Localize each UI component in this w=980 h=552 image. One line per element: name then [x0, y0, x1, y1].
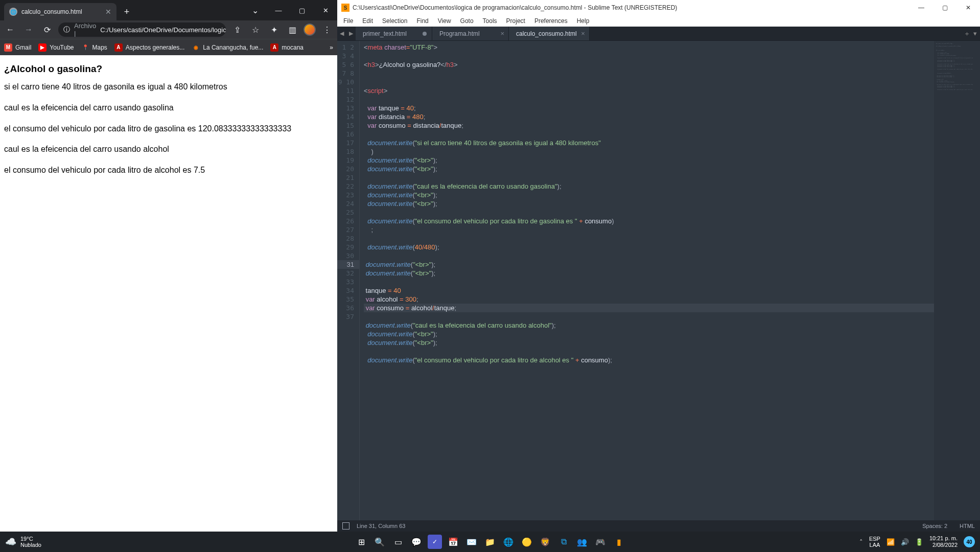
teams-app-icon[interactable]: 👥	[575, 535, 589, 549]
chrome-window-controls: ⌄ — ▢ ✕	[243, 0, 337, 20]
menu-help[interactable]: Help	[573, 16, 594, 26]
cloud-icon: ☁️	[5, 536, 16, 547]
chrome-window: 🌐 calculo_consumo.html ✕ + ⌄ — ▢ ✕ ← → ⟳…	[0, 0, 337, 532]
menu-tools[interactable]: Tools	[479, 16, 501, 26]
reload-button[interactable]: ⟳	[40, 22, 54, 37]
weather-widget[interactable]: ☁️ 19°C Nublado	[0, 536, 41, 548]
taskbar-apps: ⊞ 🔍 ▭ 💬 ✓ 📅 ✉️ 📁 🌐 🟡 🦁 ⧉ 👥 🎮 ▮	[354, 535, 626, 549]
minimize-button[interactable]: —	[267, 0, 290, 20]
chrome-toolbar: ← → ⟳ ⓘ Archivo | C:/Users/casti/OneDriv…	[0, 20, 337, 39]
chrome-titlebar: 🌐 calculo_consumo.html ✕ + ⌄ — ▢ ✕	[0, 0, 337, 20]
minimap[interactable]: &lt;meta charset="UTF-8"&gt; &lt;h3&gt;¿…	[934, 41, 980, 520]
sublime-titlebar: S C:\Users\casti\OneDrive\Documentos\log…	[337, 0, 980, 15]
chrome-tab-active[interactable]: 🌐 calculo_consumo.html ✕	[4, 3, 116, 20]
vscode-icon[interactable]: ⧉	[556, 535, 571, 549]
chrome-menu-icon[interactable]: ⋮	[320, 22, 334, 37]
sidepanel-icon[interactable]: ▥	[285, 22, 299, 37]
wifi-icon[interactable]: 📶	[886, 538, 895, 546]
dirty-dot-icon	[423, 32, 427, 36]
clock[interactable]: 10:21 p. m. 2/08/2022	[929, 535, 958, 548]
close-tab-icon[interactable]: ×	[500, 30, 504, 37]
start-button[interactable]: ⊞	[354, 535, 368, 549]
tab-history-back-icon[interactable]: ◀	[337, 27, 346, 40]
page-line-5: el consumo del vehiculo por cada litro d…	[4, 165, 333, 176]
tab-dropdown-icon[interactable]: ▾	[973, 30, 977, 37]
menu-edit[interactable]: Edit	[358, 16, 377, 26]
extensions-icon[interactable]: ✦	[267, 22, 281, 37]
notification-badge[interactable]: 40	[964, 536, 975, 547]
sublime-statusbar: Line 31, Column 63 Spaces: 2 HTML	[337, 520, 980, 532]
task-view-icon[interactable]: ▭	[391, 535, 405, 549]
menu-project[interactable]: Project	[502, 16, 529, 26]
close-window-button[interactable]: ✕	[956, 0, 980, 15]
bookmark-maps[interactable]: 📍Maps	[81, 43, 107, 52]
battery-icon[interactable]: 🔋	[915, 538, 923, 546]
sublime-title-text: C:\Users\casti\OneDrive\Documentos\logic…	[353, 4, 677, 11]
calendar-icon[interactable]: 📅	[446, 535, 460, 549]
syntax-status[interactable]: HTML	[960, 523, 975, 529]
page-line-2: caul es la efeicencia del carro usando g…	[4, 103, 333, 113]
line-gutter: 1 2 3 4 5 6 7 8 9 10 11 12 13 14 15 16 1…	[337, 41, 360, 520]
forward-button[interactable]: →	[21, 22, 36, 37]
todo-icon[interactable]: ✓	[428, 535, 442, 549]
sublime-tabbar: ◀ ▶ primer_text.html Programa.html× calc…	[337, 27, 980, 41]
tray-chevron-icon[interactable]: ˄	[859, 538, 863, 546]
sublime-app-icon[interactable]: ▮	[612, 535, 626, 549]
tab-search-icon[interactable]: ⌄	[243, 0, 267, 20]
menu-view[interactable]: View	[434, 16, 455, 26]
editor-tab-calculo[interactable]: calculo_consumo.html×	[509, 27, 590, 40]
minimize-button[interactable]: —	[909, 0, 933, 15]
tab-title: calculo_consumo.html	[21, 8, 82, 15]
bookmark-youtube[interactable]: ▶YouTube	[38, 43, 74, 52]
bookmark-star-icon[interactable]: ☆	[248, 22, 263, 37]
bookmark-aspectos[interactable]: AAspectos generales...	[114, 43, 184, 52]
share-icon[interactable]: ⇪	[230, 22, 244, 37]
indentation-status[interactable]: Spaces: 2	[922, 523, 947, 529]
search-icon[interactable]: 🔍	[372, 535, 387, 549]
editor-body: 1 2 3 4 5 6 7 8 9 10 11 12 13 14 15 16 1…	[337, 41, 980, 520]
address-bar[interactable]: ⓘ Archivo | C:/Users/casti/OneDrive/Docu…	[58, 22, 226, 37]
sublime-menubar: File Edit Selection Find View Goto Tools…	[337, 15, 980, 27]
volume-icon[interactable]: 🔊	[901, 538, 909, 546]
system-tray: ˄ ESP LAA 📶 🔊 🔋 10:21 p. m. 2/08/2022 40	[859, 535, 980, 548]
globe-icon: 🌐	[9, 8, 17, 16]
language-indicator[interactable]: ESP LAA	[869, 536, 880, 548]
weather-label: Nublado	[20, 542, 41, 548]
discord-icon[interactable]: 🎮	[593, 535, 608, 549]
panel-switcher-icon[interactable]	[342, 522, 349, 530]
new-tab-icon[interactable]: ＋	[964, 29, 970, 38]
bookmark-mocana[interactable]: Amocana	[270, 43, 304, 52]
back-button[interactable]: ←	[3, 22, 17, 37]
sublime-window: S C:\Users\casti\OneDrive\Documentos\log…	[337, 0, 980, 532]
tab-history-fwd-icon[interactable]: ▶	[346, 27, 356, 40]
teams-icon[interactable]: 💬	[409, 535, 424, 549]
close-tab-icon[interactable]: ×	[581, 30, 585, 37]
mail-icon[interactable]: ✉️	[464, 535, 479, 549]
menu-find[interactable]: Find	[412, 16, 432, 26]
close-window-button[interactable]: ✕	[314, 0, 337, 20]
bookmarks-overflow[interactable]: »	[330, 44, 333, 51]
sublime-window-controls: — ▢ ✕	[909, 0, 980, 15]
close-tab-icon[interactable]: ✕	[105, 8, 111, 16]
menu-file[interactable]: File	[339, 16, 357, 26]
maximize-button[interactable]: ▢	[290, 0, 314, 20]
chrome-app-icon[interactable]: 🟡	[520, 535, 534, 549]
bookmarks-bar: MGmail ▶YouTube 📍Maps AAspectos generale…	[0, 39, 337, 55]
profile-avatar[interactable]	[304, 24, 316, 36]
info-icon[interactable]: ⓘ	[63, 25, 70, 34]
code-area[interactable]: <meta charset="UTF-8"><h3>¿Alcohol o gas…	[360, 41, 934, 520]
edge-icon[interactable]: 🌐	[501, 535, 516, 549]
tab-actions: ＋ ▾	[961, 27, 980, 40]
menu-preferences[interactable]: Preferences	[530, 16, 572, 26]
editor-tab-primer[interactable]: primer_text.html	[356, 27, 432, 40]
bookmark-gmail[interactable]: MGmail	[4, 43, 31, 52]
brave-icon[interactable]: 🦁	[538, 535, 552, 549]
editor-tab-programa[interactable]: Programa.html×	[432, 27, 509, 40]
menu-selection[interactable]: Selection	[378, 16, 411, 26]
menu-goto[interactable]: Goto	[456, 16, 478, 26]
file-explorer-icon[interactable]: 📁	[483, 535, 497, 549]
bookmark-canangucha[interactable]: ◉La Canangucha, fue...	[192, 43, 263, 52]
maximize-button[interactable]: ▢	[933, 0, 956, 15]
page-heading: ¿Alcohol o gasolina?	[4, 63, 333, 75]
new-tab-button[interactable]: +	[120, 5, 134, 19]
